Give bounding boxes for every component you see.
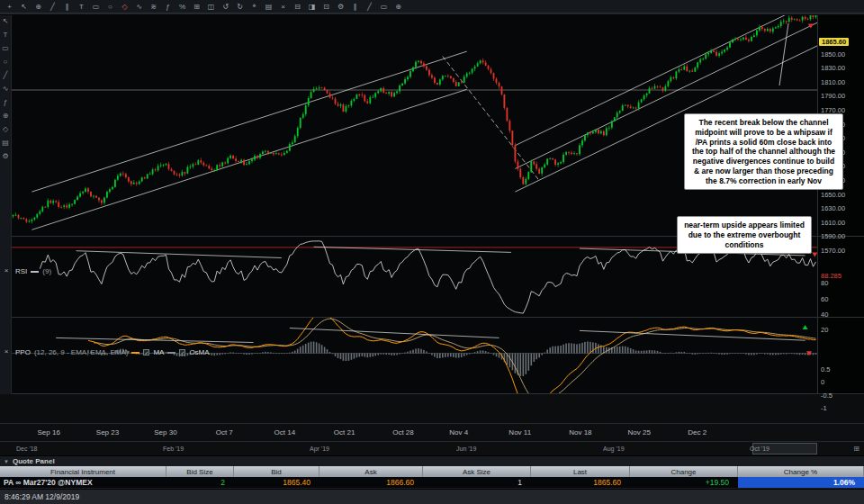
chart-canvas[interactable] (0, 0, 864, 394)
rectangle-icon[interactable]: ▭ (89, 1, 103, 13)
grid-icon[interactable]: ⊞ (190, 1, 203, 13)
navigator-settings-icon[interactable]: ⊞ (853, 445, 860, 453)
ppo-ma-swatch (131, 352, 140, 354)
ppo-legend[interactable]: PPO (12, 26, 9 - EMA, EMA, EMA) ✓ MA ✓ O… (15, 348, 210, 356)
qp-col-bid-size: Bid Size (166, 466, 234, 477)
time-tick-label: Nov 18 (569, 428, 591, 436)
settings-icon[interactable]: ⚙ (334, 1, 347, 13)
chart-svg[interactable] (0, 0, 864, 394)
qp-cell-change: +19.50 (630, 477, 738, 488)
osma-checkbox[interactable]: ✓ (179, 349, 185, 356)
qp-cell-change-pct: 1.06% (738, 477, 864, 488)
osma-swatch (167, 352, 176, 354)
ma-label: MA (153, 348, 164, 356)
ma-checkbox[interactable]: ✓ (143, 349, 149, 356)
range-navigator[interactable]: ⊞ Dec '18Feb '19Apr '19Jun '19Aug '19Oct… (0, 441, 864, 455)
zoom-icon[interactable]: ⊕ (392, 1, 405, 13)
navigator-label: Dec '18 (16, 446, 38, 452)
split-panel-icon[interactable]: ◨ (305, 1, 319, 13)
ppo-label: PPO (15, 348, 31, 356)
undo-icon[interactable]: ↺ (219, 1, 232, 13)
cursor-icon[interactable]: ↖ (17, 1, 31, 13)
qp-col-ask: Ask (320, 466, 423, 477)
qp-col-financial-instrument: Financial Instrument (0, 466, 166, 477)
collapse-caret-icon[interactable]: ▼ (4, 459, 9, 464)
trendline-icon[interactable]: ╱ (46, 1, 59, 13)
qp-cell-ask-size: 1 (423, 477, 531, 488)
qp-cell-instrument: PA ∞ Mar27'20 @NYMEX (0, 477, 166, 488)
erase-icon[interactable]: × (276, 1, 290, 13)
qp-cell-bid: 1865.40 (234, 477, 320, 488)
qp-cell-ask: 1866.60 (320, 477, 423, 488)
snapshot-icon[interactable]: ⊡ (320, 1, 333, 13)
fib-icon[interactable]: ƒ (4, 98, 7, 106)
time-tick-label: Oct 28 (392, 428, 414, 436)
rect-icon[interactable]: ▭ (2, 44, 9, 52)
rsi-legend[interactable]: RSI (9) (15, 267, 51, 275)
zone-icon[interactable]: ▭ (377, 1, 391, 13)
navigator-label: Feb '19 (163, 446, 184, 452)
curve-icon[interactable]: ∿ (132, 1, 146, 13)
time-tick-label: Oct 21 (334, 428, 356, 436)
list-icon[interactable]: ▤ (262, 1, 275, 13)
pitchfork-icon[interactable]: ∥ (348, 1, 362, 13)
navigator-label: Oct '19 (750, 446, 770, 452)
rsi-swatch (31, 271, 39, 273)
close-icon[interactable]: × (3, 267, 10, 274)
quote-panel-title: Quote Panel (13, 457, 55, 465)
time-tick-label: Nov 11 (508, 428, 531, 436)
chart-note-overbought[interactable]: near-term upside appears limited due to … (677, 216, 812, 254)
osma-label: OsMA (189, 348, 209, 356)
indicator-icon[interactable]: ƒ (161, 1, 175, 13)
qp-col-change-: Change % (738, 466, 864, 477)
levels-icon[interactable]: ▤ (2, 139, 9, 147)
time-axis[interactable]: Sep 16Sep 23Sep 30Oct 7Oct 14Oct 21Oct 2… (0, 423, 864, 441)
time-tick-label: Sep 30 (154, 428, 176, 436)
shape-icon[interactable]: ◇ (118, 1, 131, 13)
text-tool-icon[interactable]: T (75, 1, 88, 13)
ellipse-icon[interactable]: ○ (104, 1, 117, 13)
rsi-params: (9) (42, 267, 51, 275)
time-tick-label: Nov 25 (628, 428, 651, 436)
time-tick-label: Sep 16 (37, 428, 59, 436)
redo-icon[interactable]: ↻ (233, 1, 247, 13)
target-icon[interactable]: ⌖ (248, 1, 261, 13)
channel-icon[interactable]: ∥ (60, 1, 74, 13)
gear-icon[interactable]: ⚙ (2, 152, 8, 160)
time-tick-label: Nov 4 (449, 428, 468, 436)
quote-panel-titlebar[interactable]: ▼ Quote Panel (0, 455, 864, 466)
status-bar: 8:46:29 AM 12/9/2019 (0, 489, 864, 504)
clock-text: 8:46:29 AM 12/9/2019 (4, 492, 79, 501)
drawing-toolbar: +↖⊕╱∥T▭○◇∿≋ƒ%⊞◫↺↻⌖▤×⊟◨⊡⚙∥╱▭⊕ (0, 0, 864, 14)
anchor-icon[interactable]: ⊕ (3, 112, 9, 120)
ray-icon[interactable]: ╱ (363, 1, 376, 13)
line-icon[interactable]: ╱ (4, 71, 8, 79)
qp-col-ask-size: Ask Size (423, 466, 531, 477)
wave-icon[interactable]: ∿ (3, 85, 9, 93)
time-tick-label: Sep 23 (96, 428, 119, 436)
diamond-icon[interactable]: ◇ (3, 125, 8, 133)
circle-icon[interactable]: ○ (4, 58, 8, 66)
navigator-label: Apr '19 (310, 446, 329, 452)
qp-col-change: Change (630, 466, 738, 477)
qp-cell-last: 1865.60 (531, 477, 630, 488)
navigator-label: Jun '19 (456, 446, 476, 452)
layout-icon[interactable]: ◫ (204, 1, 218, 13)
qp-col-bid: Bid (234, 466, 320, 477)
wave-icon[interactable]: ≋ (147, 1, 160, 13)
qp-cell-bid-size: 2 (166, 477, 234, 488)
quote-table-header: Financial InstrumentBid SizeBidAskAsk Si… (0, 466, 864, 477)
time-tick-label: Oct 7 (216, 428, 233, 436)
left-toolbar: +↖T▭○╱∿ƒ⊕◇▤⚙ (0, 0, 12, 394)
time-tick-label: Oct 14 (274, 428, 296, 436)
add-symbol-icon[interactable]: + (3, 1, 16, 13)
chart-note-whipsaw[interactable]: The recent break below the channel midpo… (684, 113, 843, 190)
pointer-icon[interactable]: ↖ (3, 17, 9, 25)
crosshair-icon[interactable]: ⊕ (32, 1, 45, 13)
collapse-icon[interactable]: ⊟ (291, 1, 304, 13)
percent-icon[interactable]: % (176, 1, 189, 13)
close-icon[interactable]: × (3, 348, 10, 356)
text-icon[interactable]: T (4, 31, 8, 39)
ppo-params: (12, 26, 9 - EMA, EMA, EMA) (34, 348, 128, 356)
quote-table-row[interactable]: PA ∞ Mar27'20 @NYMEX21865.401866.6011865… (0, 477, 864, 489)
